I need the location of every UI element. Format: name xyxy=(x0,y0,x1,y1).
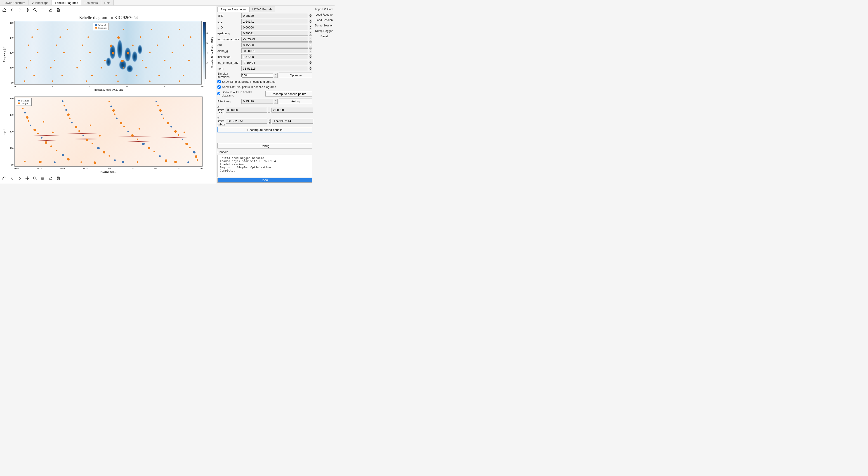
xlimits-lo-spinner[interactable]: ▲▼ xyxy=(268,107,270,113)
debug-button[interactable]: Debug xyxy=(217,143,312,149)
show-simplex-label: Show Simplex points in échelle diagrams xyxy=(222,80,275,84)
alpha-g-label: alpha_g xyxy=(217,49,240,53)
tab-help[interactable]: Help xyxy=(101,0,114,5)
zoom-icon[interactable] xyxy=(33,7,37,12)
right-panel: Reggae Parameters MCMC Bounds dPi0▲▼ p_L… xyxy=(216,6,314,184)
alpha-g-spinner[interactable]: ▲▼ xyxy=(309,49,312,53)
optimize-button[interactable]: Optimize xyxy=(279,72,312,78)
import-pbjam-button[interactable]: Import PBJam xyxy=(315,7,334,11)
period-echelle-chart: ν/μHz 80100120140160 Manual Simplex xyxy=(1,96,216,174)
norm-input[interactable] xyxy=(241,66,308,71)
epsilon-g-spinner[interactable]: ▲▼ xyxy=(309,31,312,36)
log-omega-env-spinner[interactable]: ▲▼ xyxy=(309,60,312,65)
chart1-dots xyxy=(15,21,202,84)
simplex-iter-label: Simplex Iterations xyxy=(217,72,240,78)
chart2-legend: Manual Simplex xyxy=(16,98,32,106)
xlimits-hi-input[interactable] xyxy=(272,107,313,113)
show-diffevol-label: Show Diff-Evol points in échelle diagram… xyxy=(222,85,276,89)
tab-posteriors[interactable]: Posteriors xyxy=(81,0,101,5)
inclination-spinner[interactable]: ▲▼ xyxy=(309,54,312,59)
home-icon[interactable] xyxy=(2,176,7,181)
console-label: Console xyxy=(217,150,312,154)
chart1-ylabel: Frequency [μHz] xyxy=(3,43,6,62)
save-icon[interactable] xyxy=(56,7,61,12)
progress-bar: 100% xyxy=(217,178,312,183)
d01-spinner[interactable]: ▲▼ xyxy=(309,42,312,47)
main-tabs: Power Spectrum χ² landscape Échelle Diag… xyxy=(0,0,335,6)
show-diffevol-check[interactable] xyxy=(217,86,221,89)
log-omega-core-input[interactable] xyxy=(241,37,308,41)
tab-power-spectrum[interactable]: Power Spectrum xyxy=(0,0,29,5)
dpi0-spinner[interactable]: ▲▼ xyxy=(309,13,312,18)
log-omega-core-label: log_omega_core xyxy=(217,37,240,41)
norm-spinner[interactable]: ▲▼ xyxy=(309,66,312,71)
tab-echelle-diagrams[interactable]: Échelle Diagrams xyxy=(52,0,81,5)
load-reggae-button[interactable]: Load Reggae xyxy=(315,12,334,17)
configure-icon[interactable] xyxy=(40,176,45,181)
mpl-toolbar-bottom xyxy=(1,174,216,183)
xlimits-label: x-limits (ΔΠ) xyxy=(217,105,224,115)
home-icon[interactable] xyxy=(2,7,7,12)
forward-icon[interactable] xyxy=(17,7,22,12)
log-omega-env-input[interactable] xyxy=(241,60,308,65)
axes-icon[interactable] xyxy=(48,7,53,12)
dpi0-input[interactable] xyxy=(241,13,308,18)
mpl-toolbar-top xyxy=(1,6,216,14)
subtab-mcmc[interactable]: MCMC Bounds xyxy=(249,6,275,12)
svg-point-1 xyxy=(33,177,36,179)
ylimits-lo-input[interactable] xyxy=(226,119,268,124)
back-icon[interactable] xyxy=(9,7,14,12)
pan-icon[interactable] xyxy=(25,7,30,12)
recompute-period-button[interactable]: Recompute period-echelle xyxy=(217,127,312,132)
epsilon-g-label: epsilon_g xyxy=(217,32,240,35)
dump-session-button[interactable]: Dump Session xyxy=(315,23,334,28)
reset-button[interactable]: Reset xyxy=(315,34,334,39)
pan-icon[interactable] xyxy=(25,176,30,181)
effective-q-spinner[interactable]: ▲▼ xyxy=(274,99,278,104)
tab-chi2-landscape[interactable]: χ² landscape xyxy=(28,0,52,5)
dump-reggae-button[interactable]: Dump Reggae xyxy=(315,29,334,33)
subtab-reggae[interactable]: Reggae Parameters xyxy=(217,6,250,12)
pd-input[interactable] xyxy=(241,25,308,30)
auto-q-button[interactable]: Auto-q xyxy=(279,99,312,104)
simplex-iter-input[interactable] xyxy=(241,73,273,77)
epsilon-g-input[interactable] xyxy=(241,31,308,36)
d01-label: d01 xyxy=(217,43,240,47)
forward-icon[interactable] xyxy=(17,176,22,181)
ylimits-hi-input[interactable] xyxy=(272,119,313,124)
log-omega-core-spinner[interactable]: ▲▼ xyxy=(309,37,312,41)
norm-label: norm xyxy=(217,67,240,70)
chart2-canvas[interactable]: Manual Simplex xyxy=(14,96,203,167)
chart1-canvas[interactable]: Manual Simplex xyxy=(14,21,202,85)
log-omega-env-label: log_omega_env xyxy=(217,61,240,64)
progress-text: 100% xyxy=(218,178,312,182)
simplex-iter-spinner[interactable]: ▲▼ xyxy=(274,73,278,78)
console-output: Initialised Reggae Console. Loaded pbjam… xyxy=(217,155,312,177)
effective-q-label: Effective q xyxy=(217,100,240,103)
dpi0-label: dPi0 xyxy=(217,14,240,18)
chart2-xticks: 0.000.250.500.751.001.251.501.752.00 xyxy=(14,166,203,170)
show-simplex-check[interactable] xyxy=(217,80,221,84)
show-m-check[interactable] xyxy=(217,91,220,96)
ylimits-lo-spinner[interactable]: ▲▼ xyxy=(269,119,271,124)
effective-q-input[interactable] xyxy=(241,99,273,104)
pd-spinner[interactable]: ▲▼ xyxy=(309,25,312,30)
pl-spinner[interactable]: ▲▼ xyxy=(309,19,312,24)
back-icon[interactable] xyxy=(9,176,14,181)
d01-input[interactable] xyxy=(241,42,308,47)
load-session-button[interactable]: Load Session xyxy=(315,18,334,22)
echelle-snr-chart: Echelle diagram for KIC 9267654 Frequenc… xyxy=(1,14,216,92)
axes-icon[interactable] xyxy=(48,176,53,181)
xlimits-lo-input[interactable] xyxy=(225,107,267,113)
zoom-icon[interactable] xyxy=(33,176,37,181)
chart2-dots xyxy=(15,97,202,166)
configure-icon[interactable] xyxy=(40,7,45,12)
recompute-echelle-button[interactable]: Recompute echelle points xyxy=(266,91,312,96)
save-icon[interactable] xyxy=(56,176,61,181)
inclination-input[interactable] xyxy=(241,54,308,59)
sub-tabs: Reggae Parameters MCMC Bounds xyxy=(217,6,312,12)
pl-input[interactable] xyxy=(241,19,308,24)
alpha-g-input[interactable] xyxy=(241,49,308,53)
chart2-xlabel: (τ/ΔΠ₁) mod 1 xyxy=(1,170,216,174)
chart1-yticks: 80100120140160 xyxy=(8,21,14,85)
